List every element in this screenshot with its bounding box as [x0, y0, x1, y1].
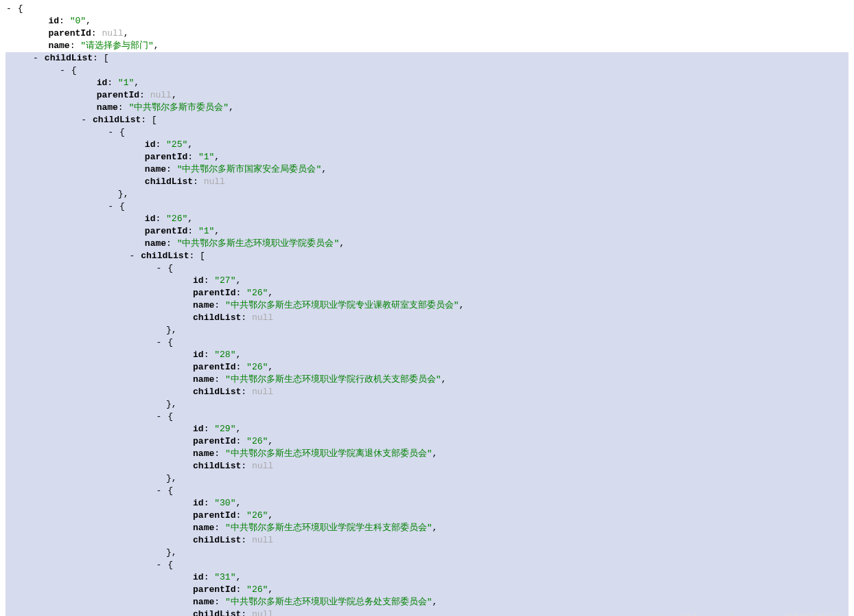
prop-name: name: "中共鄂尔多斯生态环境职业学院专业课教研室支部委员会",	[5, 299, 849, 312]
prop-childList: childList: null	[5, 534, 849, 547]
toggle-icon[interactable]: -	[155, 559, 162, 571]
toggle-icon[interactable]: -	[128, 250, 135, 262]
node-close: },	[5, 324, 849, 336]
val-name: "请选择参与部门"	[80, 41, 154, 51]
prop-id: id: "1",	[5, 77, 849, 89]
node-open: - {	[5, 201, 849, 213]
prop-childList: childList: null	[5, 608, 849, 616]
node-open-root: - {	[5, 3, 849, 15]
node-open: - {	[5, 336, 849, 349]
prop-childList: childList: null	[5, 312, 849, 324]
prop-name: name: "请选择参与部门",	[5, 40, 849, 52]
node-close: },	[5, 547, 849, 559]
node-close: },	[5, 188, 849, 201]
toggle-icon[interactable]: -	[107, 126, 114, 139]
prop-parentId: parentId: null,	[5, 89, 849, 102]
prop-parentId: parentId: "26",	[5, 361, 849, 374]
json-viewer: { "toggle":"-", "open":"{", "close":"}",…	[0, 0, 854, 616]
prop-id: id: "30",	[5, 497, 849, 510]
toggle-icon[interactable]: -	[107, 201, 114, 213]
prop-name: name: "中共鄂尔多斯市委员会",	[5, 102, 849, 114]
prop-parentId: parentId: "1",	[5, 151, 849, 163]
node-open: - {	[5, 411, 849, 423]
prop-parentId: parentId: "26",	[5, 435, 849, 448]
prop-name: name: "中共鄂尔多斯生态环境职业学院学生科支部委员会",	[5, 522, 849, 534]
node-open: - {	[5, 485, 849, 497]
key-id: id	[48, 16, 59, 26]
prop-parentId: parentId: "26",	[5, 584, 849, 596]
toggle-icon[interactable]: -	[32, 52, 39, 65]
prop-id: id: "29",	[5, 423, 849, 435]
prop-name: name: "中共鄂尔多斯市国家安全局委员会",	[5, 163, 849, 176]
node-open: - {	[5, 262, 849, 275]
prop-parentId: parentId: null,	[5, 27, 849, 40]
key-name: name	[48, 41, 69, 51]
prop-id: id: "31",	[5, 571, 849, 584]
prop-id: id: "26",	[5, 213, 849, 225]
prop-id: id: "0",	[5, 15, 849, 27]
prop-id: id: "27",	[5, 275, 849, 287]
prop-childList: childList: null	[5, 386, 849, 398]
toggle-icon[interactable]: -	[155, 485, 162, 497]
toggle-icon[interactable]: -	[59, 65, 66, 77]
toggle-icon[interactable]: -	[80, 114, 87, 126]
prop-childList: - childList: [	[5, 114, 849, 126]
toggle-icon[interactable]: -	[155, 411, 162, 423]
val-id: "0"	[70, 16, 86, 26]
prop-name: name: "中共鄂尔多斯生态环境职业学院行政机关支部委员会",	[5, 374, 849, 386]
prop-id: id: "25",	[5, 139, 849, 151]
prop-childList: - childList: [	[5, 250, 849, 262]
prop-childList: childList: null	[5, 176, 849, 188]
node-open: - {	[5, 559, 849, 571]
prop-childList: childList: null	[5, 460, 849, 472]
prop-name: name: "中共鄂尔多斯生态环境职业学院离退休支部委员会",	[5, 448, 849, 460]
node-close: },	[5, 472, 849, 485]
prop-name: name: "中共鄂尔多斯生态环境职业学院委员会",	[5, 238, 849, 250]
prop-parentId: parentId: "26",	[5, 510, 849, 522]
brace-open: {	[18, 3, 23, 14]
toggle-icon[interactable]: -	[155, 336, 162, 349]
highlighted-region: - childList: [ - { id: "1", parentId: nu…	[5, 52, 849, 616]
node-open: - {	[5, 126, 849, 139]
toggle-icon[interactable]: -	[5, 3, 12, 15]
val-parentId: null	[102, 28, 123, 38]
key-childList: childList	[45, 53, 93, 63]
node-open: - {	[5, 65, 849, 77]
prop-name: name: "中共鄂尔多斯生态环境职业学院总务处支部委员会",	[5, 596, 849, 608]
node-26-children: - { id: "27", parentId: "26", name: "中共鄂…	[5, 262, 849, 616]
prop-id: id: "28",	[5, 349, 849, 361]
prop-childList: - childList: [	[5, 52, 849, 65]
key-parentId: parentId	[48, 28, 91, 38]
prop-parentId: parentId: "26",	[5, 287, 849, 299]
prop-parentId: parentId: "1",	[5, 225, 849, 238]
node-close: },	[5, 398, 849, 411]
toggle-icon[interactable]: -	[155, 262, 162, 275]
